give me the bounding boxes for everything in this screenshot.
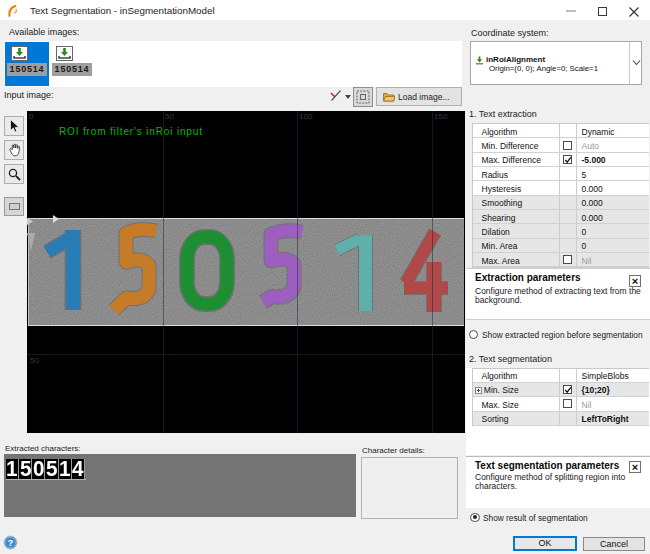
svg-text:?: ? (8, 537, 14, 548)
